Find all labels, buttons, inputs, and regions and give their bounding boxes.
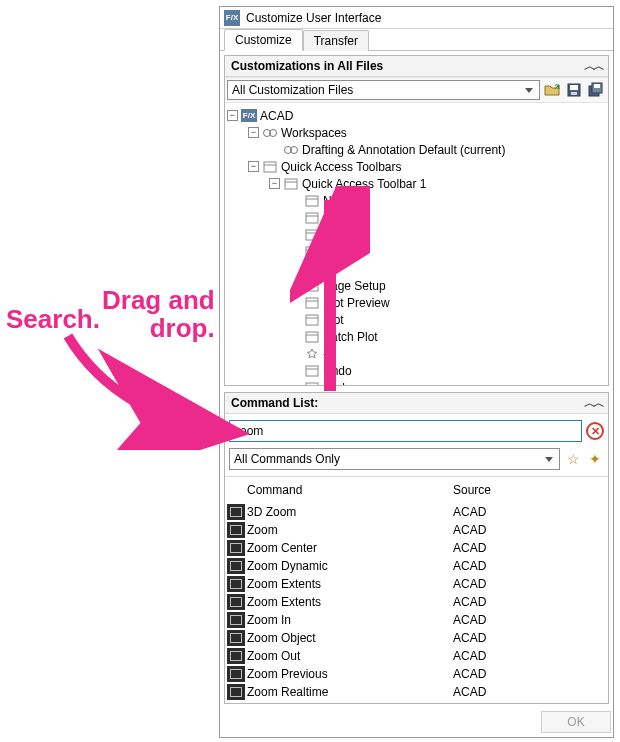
svg-rect-21 <box>306 247 318 257</box>
node-icon <box>304 330 320 344</box>
annotation-drag: Drag and drop. <box>102 286 215 342</box>
tree-item-plot[interactable]: Plot <box>227 311 608 328</box>
svg-rect-6 <box>594 84 600 88</box>
expander-icon <box>290 263 301 274</box>
command-row[interactable]: Zoom PreviousACAD <box>225 665 608 683</box>
app-icon: F/X <box>224 10 240 26</box>
tree-item-batch-plot[interactable]: Batch Plot <box>227 328 608 345</box>
command-name: Zoom <box>247 523 453 537</box>
filter-row: All Commands Only ☆ ✦ <box>225 446 608 477</box>
search-input[interactable] <box>229 420 582 442</box>
tree-item-redo[interactable]: Redo <box>227 379 608 385</box>
node-icon: F/X <box>241 109 257 123</box>
command-source: ACAD <box>453 613 608 627</box>
node-label: Plot <box>323 313 344 327</box>
command-row[interactable]: 3D ZoomACAD <box>225 503 608 521</box>
command-icon <box>227 576 245 592</box>
command-row[interactable]: Zoom ExtentsACAD <box>225 575 608 593</box>
filter-selector[interactable]: All Commands Only <box>229 448 560 470</box>
favorite-icon[interactable]: ☆ <box>564 450 582 468</box>
panel-title: Command List: <box>231 396 318 410</box>
node-icon <box>262 160 278 174</box>
command-row[interactable]: ZoomACAD <box>225 521 608 539</box>
command-row[interactable]: Zoom DynamicACAD <box>225 557 608 575</box>
command-row[interactable]: Zoom CenterACAD <box>225 539 608 557</box>
command-row[interactable]: Zoom ExtentsACAD <box>225 593 608 611</box>
node-label: Redo <box>323 381 352 386</box>
command-row[interactable]: Zoom RealtimeACAD <box>225 683 608 701</box>
node-label: -- <box>323 347 331 361</box>
tree-item-new[interactable]: New <box>227 192 608 209</box>
command-source: ACAD <box>453 595 608 609</box>
clear-search-icon[interactable]: ✕ <box>586 422 604 440</box>
command-icon <box>227 630 245 646</box>
node-icon <box>304 245 320 259</box>
svg-rect-15 <box>306 196 318 206</box>
title-bar: F/X Customize User Interface <box>220 7 613 29</box>
expander-icon[interactable]: − <box>269 178 280 189</box>
tree-qat-group[interactable]: −Quick Access Toolbars <box>227 158 608 175</box>
save-all-icon[interactable] <box>586 80 606 100</box>
tree-item-page-setup[interactable]: Page Setup <box>227 277 608 294</box>
command-row[interactable]: Zoom ObjectACAD <box>225 629 608 647</box>
collapse-icon: ︿︿ <box>584 399 602 407</box>
node-label: New <box>323 194 347 208</box>
save-icon[interactable] <box>564 80 584 100</box>
tree-item-saveas[interactable]: SaveAs <box>227 243 608 260</box>
expander-icon <box>290 212 301 223</box>
tree-item-open[interactable]: Open <box>227 209 608 226</box>
command-icon <box>227 684 245 700</box>
expander-icon[interactable]: − <box>248 127 259 138</box>
tree-item-separator[interactable]: -- <box>227 260 608 277</box>
tab-customize[interactable]: Customize <box>224 29 303 51</box>
command-name: Zoom Extents <box>247 595 453 609</box>
tree-item-plot-preview[interactable]: Plot Preview <box>227 294 608 311</box>
new-command-icon[interactable]: ✦ <box>586 450 604 468</box>
command-icon <box>227 558 245 574</box>
expander-icon[interactable]: − <box>227 110 238 121</box>
node-label: Open <box>323 211 352 225</box>
command-table[interactable]: Command Source 3D ZoomACADZoomACADZoom C… <box>225 477 608 703</box>
tree-workspace-default[interactable]: Drafting & Annotation Default (current) <box>227 141 608 158</box>
command-source: ACAD <box>453 541 608 555</box>
node-label: Quick Access Toolbars <box>281 160 402 174</box>
tab-transfer[interactable]: Transfer <box>303 30 369 51</box>
command-row[interactable]: Zoom InACAD <box>225 611 608 629</box>
node-icon <box>283 143 299 157</box>
file-selector[interactable]: All Customization Files <box>227 80 540 100</box>
ok-button[interactable]: OK <box>541 711 611 733</box>
node-icon <box>304 347 320 361</box>
command-icon <box>227 612 245 628</box>
node-icon <box>304 211 320 225</box>
customization-tree[interactable]: −F/XACAD−WorkspacesDrafting & Annotation… <box>225 103 608 385</box>
panel-header-customizations[interactable]: Customizations in All Files ︿︿ <box>225 56 608 77</box>
ok-label: OK <box>567 715 584 729</box>
command-row[interactable]: Zoom OutACAD <box>225 647 608 665</box>
expander-icon <box>290 246 301 257</box>
node-icon <box>304 228 320 242</box>
expander-icon <box>290 365 301 376</box>
tree-item-undo[interactable]: Undo <box>227 362 608 379</box>
command-name: 3D Zoom <box>247 505 453 519</box>
panel-header-commands[interactable]: Command List: ︿︿ <box>225 393 608 414</box>
node-label: ACAD <box>260 109 293 123</box>
svg-rect-2 <box>570 85 578 90</box>
svg-rect-13 <box>285 179 297 189</box>
file-selector-value: All Customization Files <box>232 83 353 97</box>
node-icon <box>304 279 320 293</box>
node-label: Page Setup <box>323 279 386 293</box>
tree-root-acad[interactable]: −F/XACAD <box>227 107 608 124</box>
tree-item-separator[interactable]: -- <box>227 345 608 362</box>
command-icon <box>227 522 245 538</box>
tree-item-save[interactable]: Save <box>227 226 608 243</box>
expander-icon <box>290 314 301 325</box>
node-icon <box>304 262 320 276</box>
svg-rect-3 <box>571 92 577 95</box>
svg-rect-19 <box>306 230 318 240</box>
collapse-icon: ︿︿ <box>584 62 602 70</box>
tree-qat-1[interactable]: −Quick Access Toolbar 1 <box>227 175 608 192</box>
open-file-icon[interactable]: + <box>542 80 562 100</box>
expander-icon[interactable]: − <box>248 161 259 172</box>
annotation-search: Search. <box>6 304 100 335</box>
tree-workspaces[interactable]: −Workspaces <box>227 124 608 141</box>
